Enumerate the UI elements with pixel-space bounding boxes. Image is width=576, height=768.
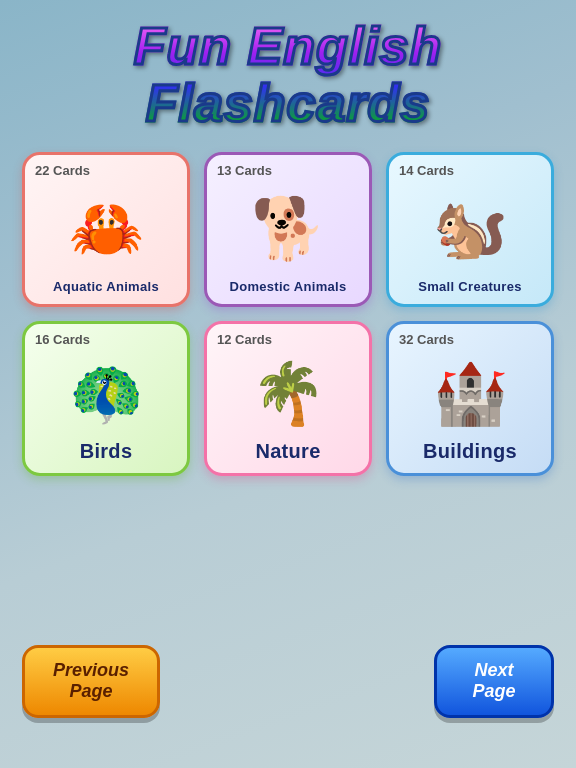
card-count-buildings: 32 Cards — [399, 332, 454, 347]
card-count-small-creatures: 14 Cards — [399, 163, 454, 178]
card-image-aquatic-animals: 🦀 — [69, 184, 144, 273]
card-buildings[interactable]: 32 Cards🏰Buildings — [386, 321, 554, 476]
card-label-buildings: Buildings — [423, 440, 517, 463]
card-label-aquatic-animals: Aquatic Animals — [53, 279, 159, 294]
card-count-birds: 16 Cards — [35, 332, 90, 347]
card-label-birds: Birds — [80, 440, 133, 463]
card-count-domestic-animals: 13 Cards — [217, 163, 272, 178]
card-birds[interactable]: 16 Cards🦚Birds — [22, 321, 190, 476]
card-count-nature: 12 Cards — [217, 332, 272, 347]
app-title: Fun EnglishFlashcards — [134, 18, 443, 132]
previous-page-button[interactable]: PreviousPage — [22, 645, 160, 718]
next-page-button[interactable]: NextPage — [434, 645, 554, 718]
navigation-buttons: PreviousPage NextPage — [0, 645, 576, 718]
card-image-nature: 🌴 — [251, 353, 326, 434]
card-count-aquatic-animals: 22 Cards — [35, 163, 90, 178]
card-label-nature: Nature — [255, 440, 320, 463]
card-image-domestic-animals: 🐕 — [251, 184, 326, 273]
card-aquatic-animals[interactable]: 22 Cards🦀Aquatic Animals — [22, 152, 190, 307]
card-nature[interactable]: 12 Cards🌴Nature — [204, 321, 372, 476]
card-image-buildings: 🏰 — [433, 353, 508, 434]
title-line1: Fun EnglishFlashcards — [134, 18, 443, 132]
card-domestic-animals[interactable]: 13 Cards🐕Domestic Animals — [204, 152, 372, 307]
card-grid: 22 Cards🦀Aquatic Animals13 Cards🐕Domesti… — [0, 152, 576, 476]
card-label-domestic-animals: Domestic Animals — [229, 279, 346, 294]
card-small-creatures[interactable]: 14 Cards🐿️Small Creatures — [386, 152, 554, 307]
card-image-small-creatures: 🐿️ — [433, 184, 508, 273]
card-label-small-creatures: Small Creatures — [418, 279, 522, 294]
card-image-birds: 🦚 — [69, 353, 144, 434]
